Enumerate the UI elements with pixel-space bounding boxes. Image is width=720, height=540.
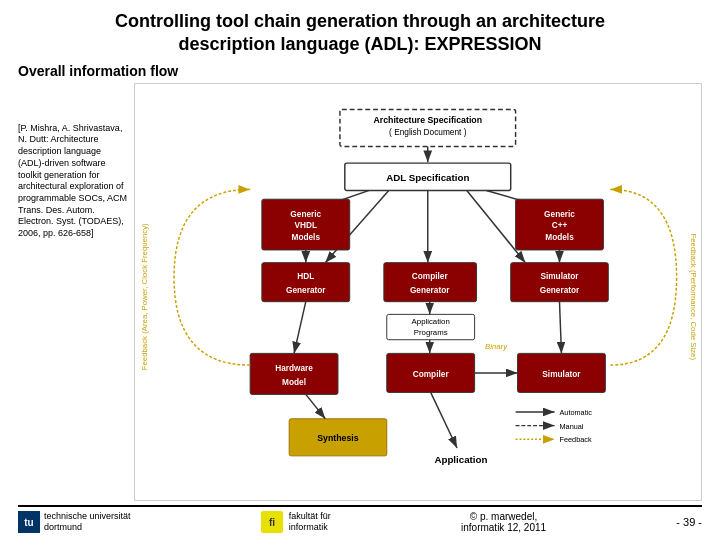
binary-label: Binary [485,341,508,350]
feedback-left-label: Feedback (Area, Power, Clock Frequency) [140,223,149,370]
app-programs-label2: Programs [414,328,448,337]
copyright-text: © p. marwedel, informatik 12, 2011 [461,511,546,533]
diagram-svg: Feedback (Performance, Code Size) Feedba… [135,84,701,500]
slide: Controlling tool chain generation throug… [0,0,720,540]
slide-title: Controlling tool chain generation throug… [18,10,702,57]
synthesis-label: Synthesis [317,433,359,443]
hw-model-label: Hardware [275,363,313,373]
svg-rect-12 [384,262,477,301]
application-label: Application [434,453,487,464]
cpp-label3: Models [545,232,574,242]
simulator-label: Simulator [542,369,581,379]
cpp-label2: C++ [552,220,568,230]
hdl-gen-label2: Generator [286,285,326,295]
hdl-gen-label: HDL [297,271,314,281]
manual-label: Manual [560,421,584,430]
compiler-gen-label2: Generator [410,285,450,295]
tu-logo-text: tu [24,517,33,528]
vhdl-label3: Models [292,232,321,242]
feedback-legend-label: Feedback [560,435,592,444]
fi-logo: fi [261,511,283,533]
university-name: technische universität dortmund [44,511,131,534]
vhdl-label: Generic [290,209,321,219]
automatic-label: Automatic [560,408,593,417]
citation: [P. Mishra, A. Shrivastava, N. Dutt: Arc… [18,83,128,501]
arch-spec-sublabel: ( English Document ) [389,127,467,137]
page-number: - 39 - [676,516,702,528]
svg-rect-13 [511,262,609,301]
title-line2: description language (ADL): EXPRESSION [178,34,541,54]
compiler-label: Compiler [413,369,450,379]
feedback-right-label: Feedback (Performance, Code Size) [689,233,698,360]
tu-logo-square: tu [18,511,40,533]
app-programs-label: Application [412,317,450,326]
svg-text:fi: fi [269,517,275,528]
footer: tu technische universität dortmund fi fa… [18,505,702,534]
cpp-label: Generic [544,209,575,219]
footer-copyright: © p. marwedel, informatik 12, 2011 [461,511,546,533]
tu-logo: tu technische universität dortmund [18,511,131,534]
sim-gen-label2: Generator [540,285,580,295]
main-content: [P. Mishra, A. Shrivastava, N. Dutt: Arc… [18,83,702,501]
compiler-gen-label: Compiler [412,271,449,281]
arch-spec-label: Architecture Specification [373,115,482,125]
citation-text: [P. Mishra, A. Shrivastava, N. Dutt: Arc… [18,123,127,238]
hw-model-label2: Model [282,376,306,386]
diagram-area: Feedback (Performance, Code Size) Feedba… [134,83,702,501]
faculty-text: fakultät für informatik [289,511,331,533]
footer-left: tu technische universität dortmund [18,511,131,534]
sim-gen-label: Simulator [540,271,579,281]
svg-rect-19 [250,353,338,394]
svg-rect-11 [262,262,350,301]
university-text: technische universität dortmund [44,511,131,533]
vhdl-label2: VHDL [295,220,318,230]
faculty-name: fakultät für informatik [289,511,331,534]
footer-center-group: fi fakultät für informatik [261,511,331,534]
section-label: Overall information flow [18,63,702,79]
title-line1: Controlling tool chain generation throug… [115,11,605,31]
adl-spec-label: ADL Specification [386,171,469,182]
